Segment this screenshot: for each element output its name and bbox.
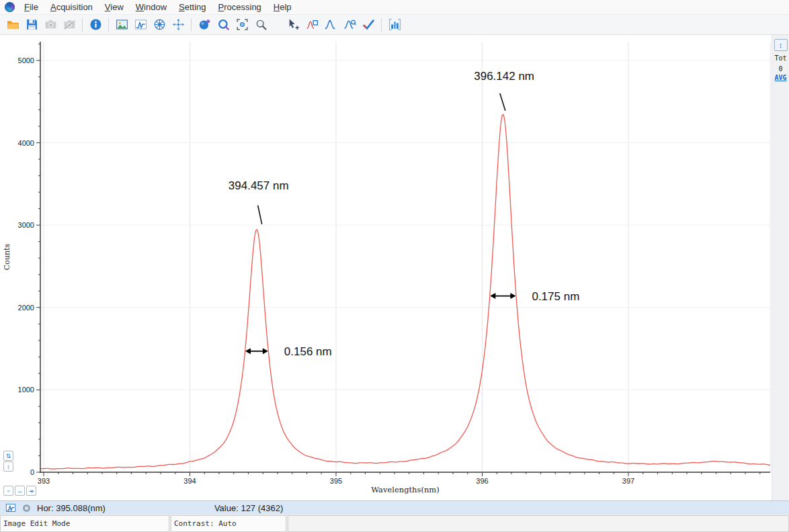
grid	[40, 42, 770, 472]
cursor-add-button[interactable]	[284, 16, 302, 34]
peak-search-button[interactable]	[341, 16, 358, 34]
zoom-region-icon	[236, 18, 249, 31]
magnifier-icon	[255, 18, 267, 31]
svg-text:4000: 4000	[18, 139, 34, 147]
move-tool-button[interactable]	[169, 16, 187, 34]
fit-region-button[interactable]: ▫	[3, 486, 13, 496]
value-readout: Value: 127 (4362)	[214, 503, 283, 513]
camera-off-icon	[63, 18, 76, 31]
peak-region-icon	[306, 18, 319, 31]
svg-text:1000: 1000	[18, 386, 34, 394]
toolbar-separator	[108, 18, 109, 32]
avg-link[interactable]: AVG	[774, 74, 786, 81]
chart-region: 393394395396397010002000300040005000Coun…	[0, 35, 772, 500]
zoom-button[interactable]	[252, 16, 269, 34]
fwhm-annotation: 0.175 nm	[490, 290, 579, 303]
right-panel: ↕ Tot 0 AVG	[772, 35, 789, 500]
save-icon	[26, 18, 38, 31]
web-icon	[153, 18, 166, 31]
toolbar	[0, 15, 789, 35]
bottom-bar: Image Edit Mode Contrast: Auto	[0, 515, 789, 532]
expand-x-button[interactable]: ↠	[26, 486, 36, 496]
total-label: Tot	[774, 54, 786, 62]
contrast-ring-icon[interactable]	[23, 504, 30, 512]
svg-text:396: 396	[476, 477, 488, 485]
expand-y-button[interactable]: ↕	[3, 461, 13, 472]
open-file-button[interactable]	[4, 16, 22, 34]
sphere-icon	[198, 18, 211, 31]
save-button[interactable]	[23, 16, 40, 34]
svg-text:2000: 2000	[18, 304, 34, 312]
check-icon	[362, 18, 375, 31]
spare-status-panel	[288, 515, 789, 532]
menu-processing[interactable]: Processing	[212, 1, 267, 13]
cursor-add-icon	[287, 18, 300, 31]
spectrometer-app-window: FileAcquisitionViewWindowSettingProcessi…	[0, 0, 789, 532]
peak-search-icon	[343, 18, 356, 31]
bar-chart-icon	[388, 18, 401, 31]
svg-text:394.457 nm: 394.457 nm	[229, 179, 289, 192]
peak-annotation: 394.457 nm	[229, 179, 289, 224]
menu-bar: FileAcquisitionViewWindowSettingProcessi…	[0, 0, 789, 15]
horizontal-readout: Hor: 395.088(nm)	[37, 503, 106, 513]
camera-capture-off-button[interactable]	[60, 16, 78, 34]
toolbar-separator	[191, 18, 192, 32]
total-value: 0	[778, 65, 782, 73]
curve-icon	[134, 18, 147, 31]
move-icon	[172, 18, 185, 31]
menu-help[interactable]: Help	[267, 1, 298, 13]
menu: FileAcquisitionViewWindowSettingProcessi…	[18, 1, 298, 13]
status-bar: Hor: 395.088(nm) Value: 127 (4362)	[0, 500, 789, 515]
orbit-zoom-button[interactable]	[214, 16, 232, 34]
peak-trace-icon	[325, 18, 337, 31]
svg-text:0.175 nm: 0.175 nm	[532, 290, 579, 303]
zoom-region-button[interactable]	[233, 16, 251, 34]
expand-panel-button[interactable]: ↕	[774, 39, 788, 51]
mode-indicator: Image Edit Mode	[0, 515, 169, 532]
config-web-button[interactable]	[151, 16, 168, 34]
compress-y-button[interactable]: ⇅	[3, 451, 13, 461]
svg-text:0.156 nm: 0.156 nm	[284, 345, 332, 358]
svg-text:5000: 5000	[18, 56, 34, 64]
menu-window[interactable]: Window	[130, 1, 173, 13]
menu-view[interactable]: View	[99, 1, 130, 13]
spectrum-chart[interactable]: 393394395396397010002000300040005000Coun…	[0, 35, 772, 500]
spectrum-line	[40, 114, 770, 469]
image-icon	[116, 18, 128, 31]
svg-text:0: 0	[30, 468, 34, 476]
svg-text:395: 395	[330, 477, 342, 485]
peak-annotation: 396.142 nm	[474, 70, 534, 110]
annotate-check-button[interactable]	[360, 16, 377, 34]
contrast-indicator: Contrast: Auto	[171, 515, 286, 532]
main-area: 393394395396397010002000300040005000Coun…	[0, 35, 789, 500]
app-logo-icon	[5, 2, 15, 12]
sphere-3d-button[interactable]	[196, 16, 213, 34]
info-button[interactable]	[87, 16, 104, 34]
svg-text:394: 394	[183, 477, 196, 485]
curve-mode-icon[interactable]	[5, 502, 16, 513]
open-folder-icon	[7, 18, 19, 31]
curve-view-button[interactable]	[132, 16, 149, 34]
x-axis-title: Wavelengths(nm)	[371, 485, 439, 494]
camera-capture-button[interactable]	[42, 16, 59, 34]
svg-text:393: 393	[38, 477, 50, 485]
info-icon	[89, 18, 102, 31]
menu-setting[interactable]: Setting	[173, 1, 212, 13]
toolbar-separator	[381, 18, 382, 32]
y-axis-title: Counts	[3, 244, 11, 271]
svg-text:3000: 3000	[18, 221, 34, 229]
camera-icon	[44, 18, 57, 31]
image-view-button[interactable]	[113, 16, 130, 34]
toolbar-separator	[82, 18, 83, 32]
peak-region-button[interactable]	[303, 16, 321, 34]
menu-acquisition[interactable]: Acquisition	[44, 1, 99, 13]
menu-file[interactable]: File	[18, 1, 44, 13]
peak-trace-button[interactable]	[322, 16, 339, 34]
axes: 393394395396397010002000300040005000	[18, 42, 770, 485]
compress-x-button[interactable]: ↔	[15, 486, 25, 496]
svg-text:396.142 nm: 396.142 nm	[474, 70, 534, 83]
bar-chart-button[interactable]	[386, 16, 403, 34]
orbit-icon	[217, 18, 230, 31]
fwhm-annotation: 0.156 nm	[245, 345, 332, 358]
svg-text:397: 397	[622, 477, 634, 485]
